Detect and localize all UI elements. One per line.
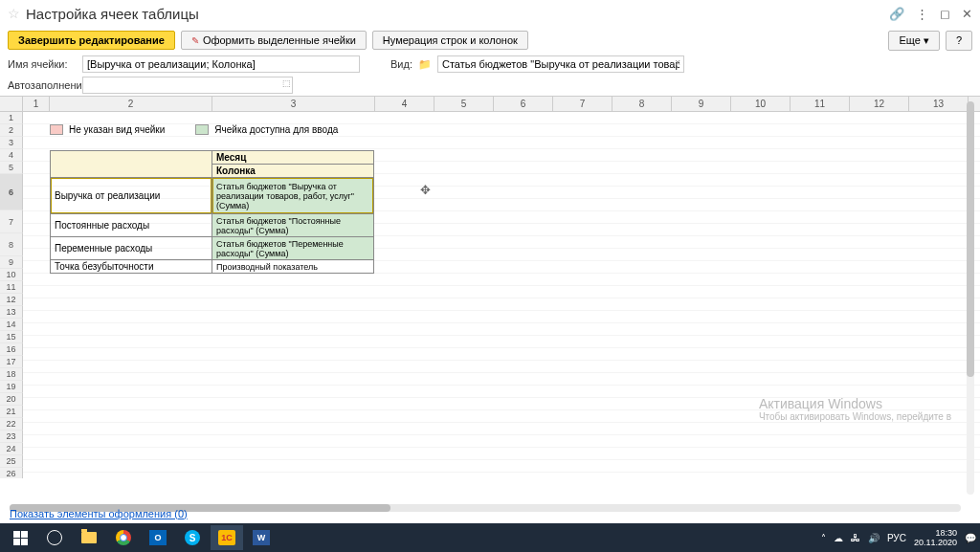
table-row-label[interactable]: Точка безубыточности xyxy=(51,260,212,274)
tray-volume-icon[interactable]: 🔊 xyxy=(868,533,880,543)
row-header[interactable]: 12 xyxy=(0,294,23,306)
onec-button[interactable]: 1C xyxy=(211,525,243,550)
windows-activation-watermark: Активация Windows Чтобы активировать Win… xyxy=(759,396,951,422)
row-header[interactable]: 6 xyxy=(0,174,23,210)
col-header[interactable]: 8 xyxy=(612,97,672,111)
name-label: Имя ячейки: xyxy=(8,58,77,70)
row-header[interactable]: 1 xyxy=(0,112,23,124)
row-header[interactable]: 8 xyxy=(0,233,23,256)
row-header[interactable]: 9 xyxy=(0,256,23,269)
row-header[interactable]: 14 xyxy=(0,319,23,331)
maximize-icon[interactable]: ◻ xyxy=(940,7,950,21)
link-icon[interactable]: 🔗 xyxy=(889,7,904,21)
skype-button[interactable]: S xyxy=(176,525,209,550)
clock[interactable]: 18:30 20.11.2020 xyxy=(914,528,957,547)
col-header[interactable]: 7 xyxy=(553,97,612,111)
row-header[interactable]: 22 xyxy=(0,418,23,431)
table-row-value[interactable]: Статья бюджетов "Переменные расходы" (Су… xyxy=(212,237,374,260)
outlook-button[interactable]: O xyxy=(142,525,174,550)
favorite-star-icon[interactable]: ☆ xyxy=(8,6,20,21)
legend-editable: Ячейка доступна для ввода xyxy=(214,124,338,135)
col-header[interactable]: 2 xyxy=(50,97,212,111)
table-row-value[interactable]: Статья бюджетов "Постоянные расходы" (Су… xyxy=(212,214,374,237)
col-header[interactable]: 3 xyxy=(212,97,375,111)
explorer-button[interactable] xyxy=(73,525,105,550)
row-header[interactable]: 2 xyxy=(0,124,23,137)
table-row-label[interactable]: Постоянные расходы xyxy=(51,214,212,237)
table-row-label[interactable]: Переменные расходы xyxy=(51,237,212,260)
legend-no-type: Не указан вид ячейки xyxy=(69,124,165,135)
row-header[interactable]: 19 xyxy=(0,381,23,393)
vertical-scrollbar[interactable] xyxy=(967,101,976,495)
help-button[interactable]: ? xyxy=(946,31,972,51)
col-header[interactable]: 6 xyxy=(494,97,553,111)
finish-editing-button[interactable]: Завершить редактирование xyxy=(8,31,175,50)
show-formatting-anchor[interactable]: Показать элементы оформления (0) xyxy=(10,508,188,519)
row-header[interactable]: 21 xyxy=(0,406,23,418)
table-corner[interactable] xyxy=(51,151,212,178)
row-header[interactable]: 4 xyxy=(0,149,23,162)
col-header[interactable]: 4 xyxy=(375,97,434,111)
row-header[interactable]: 11 xyxy=(0,281,23,294)
row-headers: 1 2 3 4 5 6 7 8 9 10 11 12 13 14 15 16 1… xyxy=(0,112,23,478)
tray-network-icon[interactable]: 🖧 xyxy=(851,533,860,543)
folder-icon[interactable]: 📁 xyxy=(418,58,432,71)
tray-language[interactable]: РУС xyxy=(887,533,906,543)
pencil-icon: ✎ xyxy=(191,35,199,46)
row-header[interactable]: 3 xyxy=(0,137,23,149)
word-button[interactable]: W xyxy=(245,525,278,550)
skype-icon: S xyxy=(185,530,200,545)
table-row-value[interactable]: Производный показатель xyxy=(212,260,374,274)
table-row-value[interactable]: Статья бюджетов "Выручка от реализации т… xyxy=(212,178,374,214)
toolbar: Завершить редактирование ✎ Оформить выде… xyxy=(0,27,980,54)
table-header-column[interactable]: Колонка xyxy=(212,165,374,178)
autofill-input[interactable] xyxy=(82,77,293,94)
row-header[interactable]: 24 xyxy=(0,443,23,455)
row-header[interactable]: 13 xyxy=(0,306,23,319)
col-header[interactable]: 9 xyxy=(672,97,731,111)
col-header[interactable]: 10 xyxy=(731,97,791,111)
kebab-menu-icon[interactable]: ⋮ xyxy=(916,7,928,21)
col-header[interactable]: 1 xyxy=(23,97,50,111)
row-header[interactable]: 15 xyxy=(0,331,23,343)
show-formatting-link[interactable]: Показать элементы оформления (0) xyxy=(10,508,188,519)
select-all-corner[interactable] xyxy=(0,97,23,111)
format-cells-button[interactable]: ✎ Оформить выделенные ячейки xyxy=(181,31,367,50)
spreadsheet: 1 2 3 4 5 6 7 8 9 10 11 12 13 14 15 1 2 … xyxy=(0,96,980,478)
more-button[interactable]: Еще ▾ xyxy=(888,31,939,51)
row-header[interactable]: 10 xyxy=(0,269,23,281)
clock-date: 20.11.2020 xyxy=(914,538,957,547)
tray-chevron-icon[interactable]: ˄ xyxy=(821,533,826,543)
col-header[interactable]: 12 xyxy=(850,97,909,111)
row-header[interactable]: 16 xyxy=(0,343,23,356)
view-input[interactable] xyxy=(437,55,684,73)
table-row-label[interactable]: Выручка от реализации xyxy=(51,178,212,214)
chrome-button[interactable] xyxy=(107,525,140,550)
cell-name-input[interactable] xyxy=(82,55,360,73)
row-header[interactable]: 23 xyxy=(0,431,23,443)
col-header[interactable]: 11 xyxy=(791,97,850,111)
row-header[interactable]: 7 xyxy=(0,210,23,233)
clear-view-icon[interactable]: × xyxy=(675,57,680,68)
row-header[interactable]: 20 xyxy=(0,393,23,406)
col-header[interactable]: 5 xyxy=(434,97,494,111)
window-header: ☆ Настройка ячеек таблицы 🔗 ⋮ ◻ ✕ xyxy=(0,0,980,27)
start-button[interactable] xyxy=(4,525,36,550)
tray-onedrive-icon[interactable]: ☁ xyxy=(834,533,843,543)
tray-notifications-icon[interactable]: 💬 xyxy=(965,533,976,543)
autofill-dropdown-icon[interactable]: ⬚ xyxy=(282,78,291,88)
row-header[interactable]: 26 xyxy=(0,468,23,478)
cortana-button[interactable] xyxy=(38,525,71,550)
numbering-button[interactable]: Нумерация строк и колонок xyxy=(372,31,528,50)
grid-canvas[interactable]: Не указан вид ячейки Ячейка доступна для… xyxy=(23,112,980,478)
row-header[interactable]: 5 xyxy=(0,162,23,174)
column-headers: 1 2 3 4 5 6 7 8 9 10 11 12 13 14 15 xyxy=(0,97,980,112)
row-header[interactable]: 18 xyxy=(0,368,23,381)
row-header[interactable]: 17 xyxy=(0,356,23,368)
col-header[interactable]: 13 xyxy=(909,97,969,111)
row-header[interactable]: 25 xyxy=(0,455,23,468)
table-header-month[interactable]: Месяц xyxy=(212,151,374,165)
page-title: Настройка ячеек таблицы xyxy=(26,6,199,22)
close-icon[interactable]: ✕ xyxy=(962,7,972,21)
auto-label: Автозаполнение: xyxy=(8,79,77,91)
